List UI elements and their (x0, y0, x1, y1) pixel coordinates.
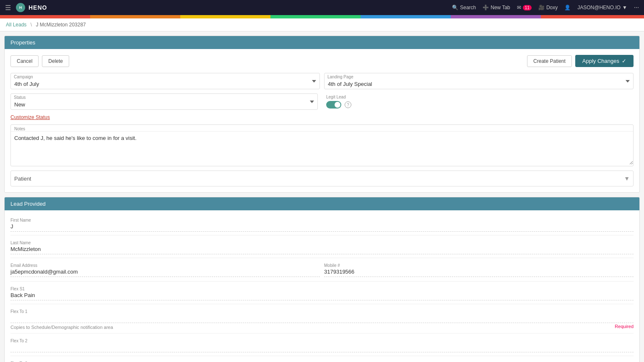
mail-nav-item[interactable]: ✉ 11 (517, 5, 532, 10)
breadcrumb: All Leads \ J McMizzleton 203287 (0, 18, 644, 31)
status-select[interactable]: New (10, 93, 318, 110)
campaign-label: Campaign (14, 75, 33, 79)
breadcrumb-all-leads[interactable]: All Leads (6, 22, 26, 28)
color-banner (0, 15, 644, 18)
legit-lead-label: Legit Lead (326, 95, 351, 99)
flex-to2-field: Flex To 2 (10, 337, 634, 352)
logo-icon: H (16, 3, 25, 12)
email-field: Email Address (10, 261, 320, 277)
user-icon-nav: 👤 (564, 5, 571, 10)
breadcrumb-separator: \ (31, 22, 32, 28)
last-name-input[interactable] (10, 245, 634, 254)
checkmark-icon: ✓ (622, 58, 626, 64)
mobile-label: Mobile # (324, 261, 634, 268)
flex-to2-input[interactable] (10, 343, 634, 352)
hamburger-menu[interactable]: ☰ (5, 4, 11, 12)
more-options[interactable]: ⋯ (634, 5, 639, 10)
video-icon: 🎥 (538, 5, 545, 10)
legit-lead-toggle-wrapper: ? (326, 101, 351, 109)
email-input[interactable] (10, 268, 320, 277)
first-name-input[interactable] (10, 222, 634, 232)
flex-to2-label: Flex To 2 (10, 337, 634, 343)
lead-provided-section: Lead Provided First Name Last Name Email… (4, 197, 640, 362)
notes-label: Notes (11, 125, 633, 131)
help-icon[interactable]: ? (345, 101, 351, 108)
first-name-field: First Name (10, 216, 634, 232)
landing-page-label: Landing Page (327, 75, 353, 79)
email-mobile-row: Email Address Mobile # (10, 261, 634, 278)
first-name-label: First Name (10, 216, 634, 222)
customize-status-link[interactable]: Customize Status (10, 114, 50, 120)
status-field: Status New (10, 93, 318, 110)
person-icon: 👤 (564, 5, 571, 10)
flex-s1-field: Flex S1 (10, 285, 634, 300)
user-menu[interactable]: JASON@HENO.IO ▼ (577, 5, 627, 10)
campaign-landing-row: Campaign 4th of July Landing Page 4th of… (10, 73, 634, 89)
landing-page-field: Landing Page 4th of July Special (324, 73, 634, 89)
flex-to3-label: Flex To 3 (10, 359, 634, 362)
doxy-nav-item[interactable]: 🎥 Doxy (538, 5, 558, 10)
flex-s1-label: Flex S1 (10, 285, 634, 291)
ellipsis-icon: ⋯ (634, 5, 639, 10)
delete-button[interactable]: Delete (42, 55, 69, 67)
apply-changes-button[interactable]: Apply Changes ✓ (575, 55, 634, 67)
top-navigation: ☰ H HENO 🔍 Search ➕ New Tab ✉ 11 🎥 Doxy … (0, 0, 644, 15)
patient-field[interactable]: Patient ▼ (10, 171, 634, 186)
patient-label: Patient (14, 176, 31, 182)
last-name-label: Last Name (10, 239, 634, 245)
lead-provided-header: Lead Provided (5, 197, 639, 210)
properties-header: Properties (5, 36, 639, 49)
legit-lead-toggle[interactable] (326, 101, 341, 109)
logo: H HENO (16, 3, 47, 12)
flex-to1-input[interactable] (10, 314, 634, 323)
mail-icon: ✉ (517, 5, 521, 10)
doxy-label: Doxy (546, 5, 558, 10)
chevron-down-icon: ▼ (622, 5, 627, 10)
logo-text: HENO (29, 4, 47, 11)
breadcrumb-current: J McMizzleton 203287 (36, 22, 86, 28)
cancel-button[interactable]: Cancel (10, 55, 39, 67)
campaign-field: Campaign 4th of July (10, 73, 320, 89)
apply-changes-label: Apply Changes (582, 58, 619, 64)
patient-chevron-icon: ▼ (624, 175, 630, 182)
search-nav-item[interactable]: 🔍 Search (452, 5, 476, 10)
mail-badge: 11 (523, 5, 532, 10)
campaign-select[interactable]: 4th of July (10, 73, 320, 89)
new-tab-icon: ➕ (483, 5, 489, 10)
flex-to3-field: Flex To 3 (10, 359, 634, 362)
search-label: Search (460, 5, 476, 10)
search-icon: 🔍 (452, 5, 458, 10)
notes-field: Notes Contacted J, he said he's like to … (10, 124, 634, 166)
notes-textarea[interactable]: Contacted J, he said he's like to come i… (11, 131, 633, 165)
flex-to1-field: Flex To 1 (10, 308, 634, 323)
new-tab-nav-item[interactable]: ➕ New Tab (483, 5, 510, 10)
landing-page-select[interactable]: 4th of July Special (324, 73, 634, 89)
new-tab-label: New Tab (491, 5, 510, 10)
status-label: Status (14, 95, 26, 100)
mobile-field: Mobile # (324, 261, 634, 277)
user-email-label: JASON@HENO.IO (577, 5, 621, 10)
legit-lead-container: Legit Lead ? (322, 93, 634, 110)
status-legit-row: Status New Legit Lead ? (10, 93, 634, 110)
flex-to1-label: Flex To 1 (10, 308, 634, 314)
email-label: Email Address (10, 261, 320, 268)
flex-s1-input[interactable] (10, 291, 634, 300)
required-label: Required (615, 324, 634, 329)
properties-toolbar: Cancel Delete Create Patient Apply Chang… (10, 55, 634, 67)
properties-section: Properties Cancel Delete Create Patient … (4, 36, 640, 193)
mobile-input[interactable] (324, 268, 634, 277)
create-patient-button[interactable]: Create Patient (527, 55, 572, 67)
copies-note: Copies to Schedule/Demographic notificat… (10, 325, 113, 330)
last-name-field: Last Name (10, 239, 634, 254)
